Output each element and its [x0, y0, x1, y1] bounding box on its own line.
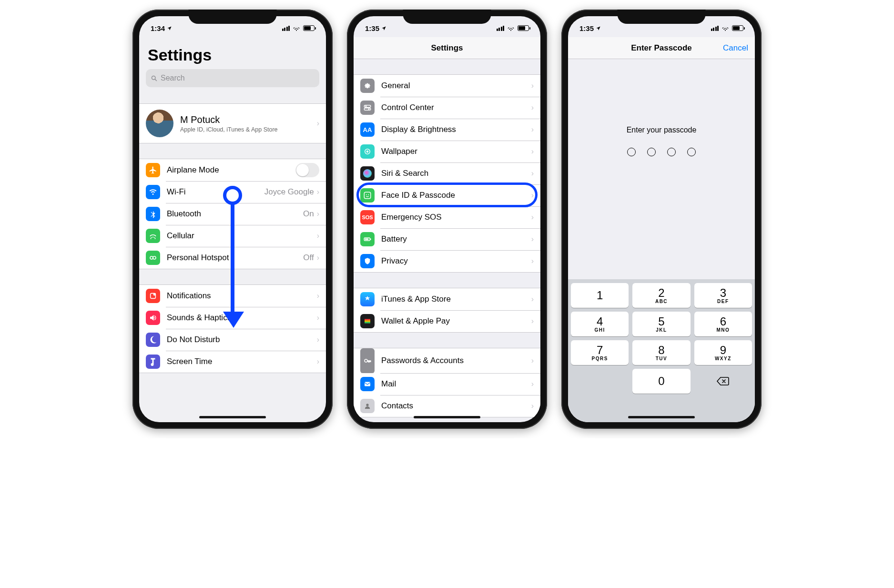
row-bluetooth[interactable]: Bluetooth On › [139, 203, 326, 225]
chevron-right-icon: › [317, 188, 319, 196]
key-8[interactable]: 8TUV [632, 340, 690, 365]
key-1[interactable]: 1 [571, 283, 629, 308]
signal-icon [711, 26, 719, 31]
chevron-right-icon: › [317, 314, 319, 322]
row-mail[interactable]: Mail › [354, 373, 540, 395]
row-siri[interactable]: Siri & Search › [354, 162, 540, 184]
sounds-icon [146, 311, 160, 325]
airplane-icon [146, 163, 160, 177]
nav-header: Settings [354, 37, 540, 59]
row-label: Wallet & Apple Pay [381, 316, 531, 326]
chevron-right-icon: › [531, 295, 534, 304]
key-blank [571, 369, 629, 394]
svg-point-24 [366, 404, 368, 406]
svg-point-14 [366, 194, 367, 195]
chevron-right-icon: › [531, 235, 534, 243]
svg-rect-9 [364, 108, 371, 111]
svg-point-3 [153, 256, 156, 259]
chevron-right-icon: › [531, 103, 534, 112]
svg-rect-18 [365, 239, 369, 240]
privacy-icon [360, 254, 375, 268]
face-id-icon [360, 188, 375, 203]
cancel-button[interactable]: Cancel [723, 43, 748, 53]
chevron-right-icon: › [317, 232, 319, 240]
home-indicator[interactable] [414, 416, 480, 418]
location-icon [596, 24, 601, 32]
svg-point-8 [366, 106, 367, 107]
number-keypad: 1 2ABC 3DEF 4GHI 5JKL 6MNO 7PQRS 8TUV 9W… [568, 279, 755, 422]
key-5[interactable]: 5JKL [632, 312, 690, 336]
account-name: M Potuck [180, 114, 317, 125]
home-indicator[interactable] [628, 416, 695, 418]
key-3[interactable]: 3DEF [694, 283, 752, 308]
nav-header: Enter Passcode Cancel [568, 37, 755, 59]
row-label: General [381, 81, 531, 91]
row-label: Airplane Mode [167, 165, 295, 175]
svg-rect-23 [365, 382, 370, 386]
row-sounds[interactable]: Sounds & Haptics › [139, 307, 326, 329]
svg-rect-17 [370, 239, 371, 240]
row-dnd[interactable]: Do Not Disturb › [139, 329, 326, 351]
wifi-icon [507, 25, 515, 31]
row-label: Wi-Fi [167, 187, 264, 197]
row-label: Mail [381, 379, 531, 389]
row-control-center[interactable]: Control Center › [354, 97, 540, 119]
battery-icon [303, 25, 315, 31]
bluetooth-icon [146, 207, 160, 221]
row-wallpaper[interactable]: Wallpaper › [354, 141, 540, 162]
search-placeholder: Search [161, 74, 185, 82]
home-indicator[interactable] [199, 416, 266, 418]
display-icon: AA [360, 122, 375, 137]
search-icon [151, 75, 158, 82]
key-backspace[interactable] [694, 369, 752, 394]
row-label: Contacts [381, 401, 531, 411]
key-6[interactable]: 6MNO [694, 312, 752, 336]
search-input[interactable]: Search [146, 69, 319, 87]
row-label: Personal Hotspot [167, 253, 303, 263]
account-sub: Apple ID, iCloud, iTunes & App Store [180, 126, 317, 133]
row-itunes[interactable]: iTunes & App Store › [354, 288, 540, 310]
row-emergency-sos[interactable]: SOS Emergency SOS › [354, 206, 540, 228]
row-general[interactable]: General › [354, 75, 540, 97]
page-title: Settings [139, 37, 326, 69]
row-label: Privacy [381, 256, 531, 266]
row-passwords[interactable]: Passwords & Accounts › [354, 348, 540, 373]
row-face-id[interactable]: Face ID & Passcode › [354, 184, 540, 206]
wallpaper-icon [360, 144, 375, 159]
key-0[interactable]: 0 [632, 369, 690, 394]
row-display[interactable]: AA Display & Brightness › [354, 119, 540, 141]
control-center-icon [360, 101, 375, 115]
backspace-icon [716, 376, 730, 386]
notch [403, 10, 491, 24]
key-4[interactable]: 4GHI [571, 312, 629, 336]
chevron-right-icon: › [531, 213, 534, 222]
apple-id-row[interactable]: M Potuck Apple ID, iCloud, iTunes & App … [139, 104, 326, 143]
row-label: Do Not Disturb [167, 335, 317, 345]
row-airplane-mode[interactable]: Airplane Mode [139, 159, 326, 181]
battery-settings-icon [360, 232, 375, 246]
row-notifications[interactable]: Notifications › [139, 285, 326, 307]
appstore-icon [360, 292, 375, 306]
svg-rect-7 [364, 105, 371, 108]
chevron-right-icon: › [317, 357, 319, 366]
row-wifi[interactable]: Wi-Fi Joyce Google › [139, 181, 326, 203]
key-9[interactable]: 9WXYZ [694, 340, 752, 365]
key-7[interactable]: 7PQRS [571, 340, 629, 365]
battery-icon [732, 25, 743, 31]
row-hotspot[interactable]: Personal Hotspot Off › [139, 247, 326, 269]
row-battery[interactable]: Battery › [354, 228, 540, 250]
row-label: Face ID & Passcode [381, 191, 531, 200]
row-wallet[interactable]: Wallet & Apple Pay › [354, 310, 540, 332]
row-screentime[interactable]: Screen Time › [139, 351, 326, 373]
svg-point-5 [153, 293, 156, 295]
airplane-toggle[interactable] [295, 163, 319, 177]
chevron-right-icon: › [531, 191, 534, 200]
row-privacy[interactable]: Privacy › [354, 250, 540, 272]
key-2[interactable]: 2ABC [632, 283, 690, 308]
cellular-icon [146, 229, 160, 243]
row-contacts[interactable]: Contacts › [354, 395, 540, 417]
row-cellular[interactable]: Cellular › [139, 225, 326, 247]
wifi-icon [721, 25, 729, 31]
screentime-icon [146, 355, 160, 369]
battery-icon [518, 25, 529, 31]
